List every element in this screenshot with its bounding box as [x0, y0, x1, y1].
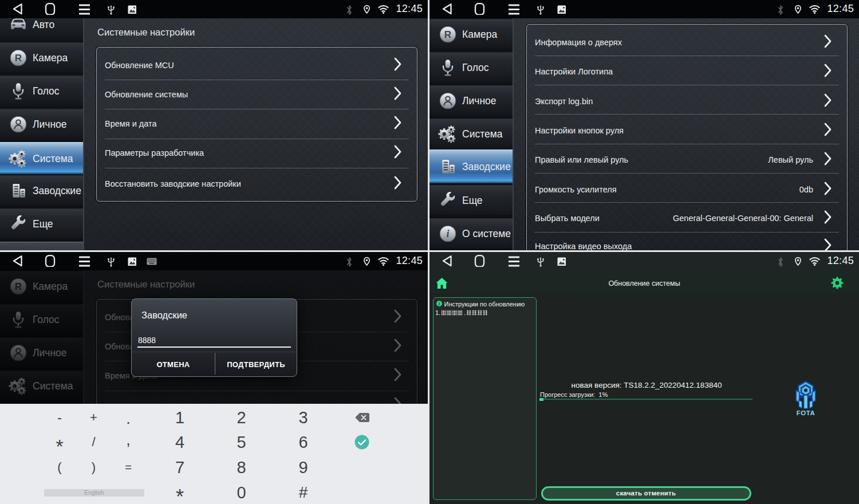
svg-text:R: R [15, 53, 22, 64]
svg-text:i: i [446, 228, 449, 239]
svg-text:FOTA: FOTA [797, 410, 815, 416]
svg-text:i: i [438, 302, 439, 306]
svg-text:R: R [444, 29, 451, 40]
